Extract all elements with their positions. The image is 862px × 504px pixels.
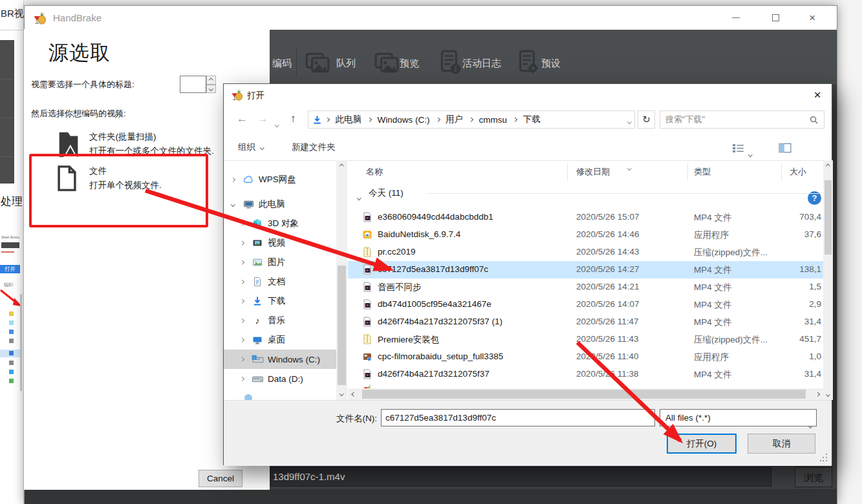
breadcrumb-item[interactable]: 用户 (442, 114, 467, 125)
stepper-up-button[interactable] (206, 76, 216, 85)
chevron-expanded-icon[interactable] (232, 203, 238, 206)
chevron-collapsed-icon[interactable] (241, 339, 247, 342)
back-button[interactable]: ← (237, 112, 248, 125)
search-icon[interactable] (809, 115, 819, 125)
file-row[interactable]: d426f74b4a217d3212075f372020/5/26 11:38M… (348, 366, 823, 383)
scroll-down-icon[interactable] (336, 389, 347, 398)
sidebar-item--[interactable]: 此电脑 (224, 194, 336, 214)
dialog-close-button[interactable]: × (804, 85, 830, 105)
file-row[interactable]: e3680609449cd44dabcbddb12020/5/26 15:07M… (348, 209, 823, 226)
file-row[interactable]: Premiere安装包2020/5/26 11:43压缩(zipped)文件..… (348, 331, 823, 348)
chevron-collapsed-icon[interactable] (232, 178, 238, 182)
title-number-stepper[interactable] (206, 76, 216, 93)
maximize-button[interactable] (762, 6, 789, 30)
toolbar-item-label[interactable]: 活动日志 (462, 58, 501, 70)
horizontal-scrollbar[interactable] (348, 388, 823, 400)
resize-grip[interactable] (820, 454, 828, 461)
breadcrumb[interactable]: 此电脑Windows (C:)用户cmmsu下载 (308, 110, 635, 129)
sidebar-item-data-d-[interactable]: Data (D:) (224, 369, 336, 388)
organize-menu[interactable]: 组织 (238, 142, 263, 153)
vertical-scrollbar[interactable] (823, 160, 833, 400)
sidebar-item--[interactable]: ♪音乐 (224, 311, 336, 330)
scrollbar-thumb[interactable] (338, 266, 346, 385)
scroll-up-icon[interactable] (823, 162, 833, 171)
chevron-down-icon (627, 120, 631, 123)
new-folder-button[interactable]: 新建文件夹 (292, 142, 336, 153)
file-row[interactable]: cpc-filmorabaidu_setup_full33852020/5/26… (348, 348, 823, 366)
search-input[interactable]: 搜索"下载" (660, 110, 824, 129)
column-header-0[interactable]: 名称 (366, 166, 383, 178)
scroll-down-icon[interactable] (823, 390, 833, 399)
column-header-3[interactable]: 大小 (790, 166, 806, 178)
breadcrumb-item[interactable]: 下载 (519, 114, 544, 125)
toolbar-item-label[interactable]: 预览 (400, 58, 419, 70)
scroll-up-icon[interactable] (336, 162, 347, 171)
file-name: Premiere安装包 (378, 334, 439, 346)
chevron-collapsed-icon[interactable] (241, 280, 247, 284)
group-collapse-icon[interactable] (358, 190, 361, 202)
chevron-collapsed-icon[interactable] (241, 222, 247, 226)
sidebar-item-wps-[interactable]: WPS网盘 (224, 170, 336, 189)
filetype-select[interactable]: All files (*.*) (660, 409, 817, 426)
cancel-button[interactable]: 取消 (748, 434, 815, 454)
breadcrumb-item[interactable]: Windows (C:) (374, 115, 434, 125)
up-button[interactable]: ↑ (290, 112, 296, 125)
file-type: MP4 文件 (694, 369, 732, 381)
refresh-button[interactable]: ↻ (638, 110, 655, 129)
chevron-collapsed-icon[interactable] (241, 358, 247, 361)
minimize-button[interactable] (722, 6, 749, 30)
source-cancel-button[interactable]: Cancel (199, 470, 242, 487)
chevron-down-icon[interactable] (647, 416, 651, 426)
chevron-collapsed-icon[interactable] (241, 261, 247, 264)
chevron-right-icon (513, 118, 517, 121)
sidebar-item--[interactable]: 文档 (224, 272, 336, 291)
sidebar-scrollbar[interactable] (336, 160, 347, 401)
scroll-right-icon[interactable] (813, 388, 822, 400)
chevron-collapsed-icon[interactable] (241, 377, 247, 381)
browse-button[interactable]: 浏览 (795, 467, 832, 487)
destination-file-field[interactable]: 13d9ff07c-1.m4v (270, 467, 771, 487)
filename-input[interactable]: c67127d5ea3817d13d9ff07c (381, 409, 655, 426)
preview-pane-icon[interactable] (779, 143, 792, 156)
sidebar-item--[interactable]: 桌面 (224, 330, 336, 350)
scroll-left-icon[interactable] (349, 388, 358, 400)
app-baidu-icon (362, 229, 372, 242)
column-header-1[interactable]: 修改日期 (576, 166, 610, 178)
sidebar-item--[interactable]: 视频 (224, 233, 336, 253)
breadcrumb-item[interactable]: cmmsu (475, 115, 512, 125)
group-header[interactable]: 今天 (11) (348, 186, 823, 200)
handbrake-titlebar[interactable]: HandBrake × (25, 6, 837, 30)
view-dropdown[interactable] (749, 147, 752, 158)
file-row[interactable]: BaiduNetdisk_6.9.7.42020/5/26 14:46应用程序3… (348, 226, 823, 244)
recent-locations-dropdown[interactable] (275, 117, 279, 129)
stepper-down-button[interactable] (206, 85, 216, 94)
chevron-collapsed-icon[interactable] (241, 242, 247, 245)
toolbar-item-label[interactable]: 预设 (541, 58, 561, 70)
breadcrumb-dropdown[interactable] (628, 114, 631, 125)
file-row[interactable]: db474d1005cf95e4a321467e2020/5/26 14:07M… (348, 296, 823, 313)
sidebar-item--[interactable]: 下载 (224, 291, 336, 311)
forward-button[interactable]: → (257, 112, 268, 125)
file-row[interactable]: pr.cc20192020/5/26 14:43压缩(zipped)文件... (348, 244, 823, 261)
chevron-collapsed-icon[interactable] (241, 300, 247, 303)
scrollbar-thumb[interactable] (362, 390, 806, 399)
file-date: 2020/5/26 14:21 (576, 282, 640, 291)
sidebar-item--[interactable]: 图片 (224, 253, 336, 272)
close-button[interactable]: × (799, 6, 826, 30)
file-row[interactable]: d426f74b4a217d3212075f37 (1)2020/5/26 11… (348, 313, 823, 331)
file-row-partial[interactable] (348, 383, 823, 388)
toolbar-item-label[interactable]: 队列 (336, 58, 356, 70)
sidebar-item-windows-c-[interactable]: Windows (C:) (224, 350, 336, 369)
open-button[interactable]: 打开(O) (667, 434, 737, 454)
scrollbar-thumb[interactable] (824, 180, 832, 255)
chevron-collapsed-icon[interactable] (241, 319, 247, 322)
toolbar-item-encode[interactable]: 编码 (272, 58, 292, 70)
sidebar-item-3d-[interactable]: 3D 对象 (224, 214, 336, 233)
column-header-2[interactable]: 类型 (694, 166, 711, 178)
view-details-icon[interactable] (732, 143, 744, 156)
sidebar-item-partial[interactable] (224, 388, 336, 401)
file-row-selected[interactable]: c67127d5ea3817d13d9ff07c2020/5/26 14:27M… (348, 261, 823, 278)
file-row[interactable]: 音画不同步2020/5/26 14:21MP4 文件1,5 (348, 278, 823, 296)
title-number-input[interactable] (180, 76, 206, 93)
breadcrumb-item[interactable]: 此电脑 (332, 114, 366, 125)
